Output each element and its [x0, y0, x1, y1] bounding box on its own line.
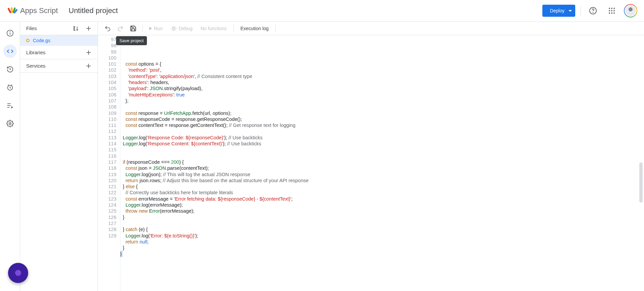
- code-line[interactable]: 'contentType': 'application/json', // Co…: [120, 73, 644, 79]
- scrollbar-thumb[interactable]: [639, 162, 643, 203]
- app-body: Files Code.gs Libraries Services: [0, 22, 644, 291]
- run-label: Run: [154, 26, 163, 31]
- code-line[interactable]: }: [120, 251, 644, 257]
- code-line[interactable]: [120, 220, 644, 226]
- code-line[interactable]: [120, 147, 644, 153]
- svg-point-28: [173, 27, 175, 29]
- line-number: 102: [98, 67, 116, 73]
- files-label: Files: [26, 25, 37, 31]
- code-line[interactable]: [120, 104, 644, 110]
- code-line[interactable]: [120, 153, 644, 159]
- help-button[interactable]: [586, 4, 600, 17]
- code-line[interactable]: } else {: [120, 184, 644, 190]
- function-selector[interactable]: No functions: [197, 26, 230, 31]
- undo-icon: [104, 25, 111, 32]
- code-line[interactable]: const contentText = response.getContentT…: [120, 122, 644, 128]
- code-line[interactable]: const json = JSON.parse(contentText);: [120, 165, 644, 171]
- rail-settings[interactable]: [3, 117, 17, 130]
- debug-label: Debug: [179, 26, 193, 31]
- line-number: 117: [98, 159, 116, 165]
- line-number: 122: [98, 190, 116, 196]
- code-line[interactable]: Logger.log(json); // This will log the a…: [120, 171, 644, 177]
- code-line[interactable]: return null;: [120, 239, 644, 245]
- project-title[interactable]: Untitled project: [69, 6, 118, 15]
- svg-point-21: [9, 123, 11, 125]
- line-number: 101: [98, 61, 116, 67]
- deploy-button[interactable]: Deploy: [542, 5, 575, 17]
- code-line[interactable]: throw new Error(errorMessage);: [120, 208, 644, 214]
- code-line[interactable]: // Correctly use backticks here for temp…: [120, 190, 644, 196]
- add-service-button[interactable]: [83, 60, 94, 72]
- services-label: Services: [26, 63, 46, 69]
- vertical-scrollbar[interactable]: [639, 35, 643, 291]
- code-line[interactable]: 'method': 'post',: [120, 67, 644, 73]
- debug-icon: [171, 25, 177, 31]
- code-line[interactable]: if (responseCode === 200) {: [120, 159, 644, 165]
- code-line[interactable]: [120, 128, 644, 134]
- apps-script-logo-icon: [7, 5, 17, 16]
- code-line[interactable]: 'muteHttpExceptions': true: [120, 92, 644, 98]
- code-line[interactable]: return json.rows; // Adjust this line ba…: [120, 177, 644, 184]
- no-functions-label: No functions: [201, 26, 227, 31]
- code-line[interactable]: const responseCode = response.getRespons…: [120, 116, 644, 122]
- account-avatar[interactable]: [624, 4, 637, 17]
- save-button[interactable]: [127, 23, 139, 34]
- logo-wrap[interactable]: Apps Script: [7, 5, 58, 16]
- code-line[interactable]: }: [120, 214, 644, 220]
- help-icon: [589, 7, 597, 15]
- code-line[interactable]: } catch (e) {: [120, 226, 644, 232]
- code-line[interactable]: }: [120, 245, 644, 251]
- rail-alarms[interactable]: [3, 81, 17, 94]
- sort-files-button[interactable]: [70, 23, 82, 34]
- code-line[interactable]: Logger.log(errorMessage);: [120, 202, 644, 208]
- code-line[interactable]: const errorMessage = 'Error fetching dat…: [120, 196, 644, 202]
- rail-editor[interactable]: [3, 45, 17, 58]
- add-library-button[interactable]: [83, 47, 94, 58]
- code-line[interactable]: 'headers': headers,: [120, 79, 644, 85]
- run-button[interactable]: Run: [146, 26, 166, 31]
- gear-icon: [6, 120, 14, 127]
- rail-triggers[interactable]: [3, 63, 17, 76]
- services-row[interactable]: Services: [20, 59, 98, 73]
- code-line[interactable]: Logger.log('Response Content: ${contentT…: [120, 141, 644, 147]
- undo-button[interactable]: [102, 23, 113, 34]
- line-number: 97: [98, 37, 116, 43]
- main-area: Run Debug No functions Execution log 979…: [98, 22, 644, 291]
- line-number: 107: [98, 98, 116, 104]
- rail-executions[interactable]: [3, 99, 17, 112]
- code-line[interactable]: 'payload': JSON.stringify(payload),: [120, 85, 644, 91]
- code-line[interactable]: };: [120, 98, 644, 104]
- execution-log-button[interactable]: Execution log: [237, 26, 272, 31]
- file-item-code-gs[interactable]: Code.gs: [20, 35, 98, 46]
- plus-icon: [85, 49, 92, 56]
- chevron-down-icon: [569, 10, 572, 12]
- info-icon: [6, 29, 14, 37]
- add-file-button[interactable]: [83, 23, 94, 34]
- line-number: 126: [98, 214, 116, 220]
- left-rail: [0, 22, 20, 291]
- plus-icon: [85, 62, 92, 70]
- redo-button[interactable]: [115, 23, 126, 34]
- record-fab[interactable]: [8, 263, 28, 283]
- code-line[interactable]: Logger.log('Error: ${e.toString()}');: [120, 233, 644, 239]
- svg-point-8: [609, 12, 610, 14]
- apps-button[interactable]: [605, 4, 619, 17]
- code-line[interactable]: const options = {: [120, 61, 644, 67]
- code-line[interactable]: Logger.log('Response Code: ${responseCod…: [120, 135, 644, 141]
- line-number: 100: [98, 55, 116, 61]
- line-number: 118: [98, 165, 116, 171]
- code-editor[interactable]: 9798991001011021031041051061071081091101…: [98, 35, 644, 291]
- sort-az-icon: [72, 25, 79, 32]
- code-line[interactable]: [120, 55, 644, 61]
- list-play-icon: [6, 102, 14, 109]
- code-line[interactable]: const response = UrlFetchApp.fetch(url, …: [120, 110, 644, 116]
- debug-button[interactable]: Debug: [167, 25, 196, 31]
- line-number: 121: [98, 184, 116, 190]
- code-content[interactable]: const options = { 'method': 'post', 'con…: [120, 35, 644, 291]
- save-icon: [130, 25, 137, 32]
- libraries-row[interactable]: Libraries: [20, 46, 98, 59]
- line-number: 127: [98, 220, 116, 226]
- line-number: 116: [98, 153, 116, 159]
- divider: [233, 25, 234, 32]
- rail-overview[interactable]: [3, 26, 17, 40]
